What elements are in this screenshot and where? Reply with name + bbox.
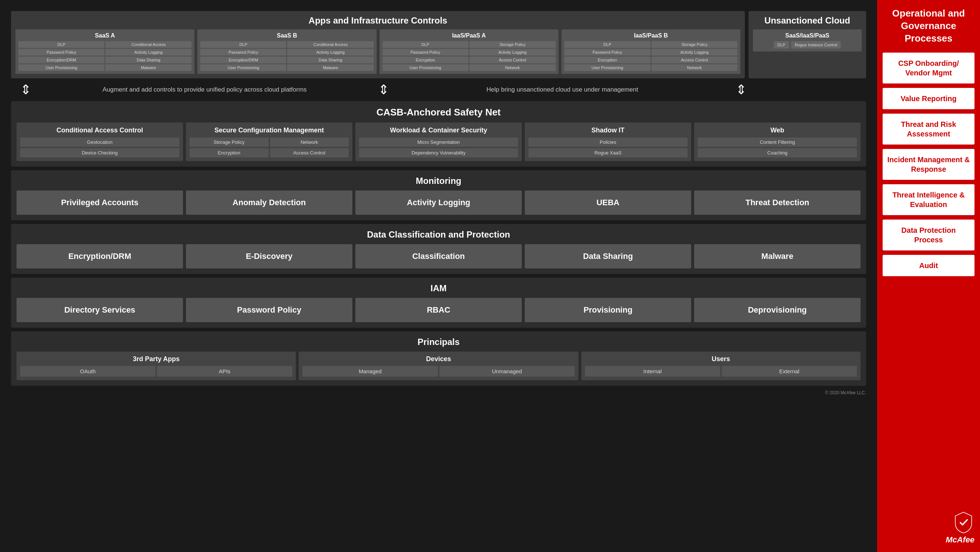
saas-a-item-5: Data Sharing (105, 57, 191, 63)
secure-config-title: Secure Configuration Management (189, 126, 349, 135)
unsanctioned-cloud-block: Unsanctioned Cloud SaaS/IaaS/PaaS DLP Ro… (748, 11, 866, 78)
sidebar-item-value-reporting[interactable]: Value Reporting (883, 88, 975, 109)
top-section: Apps and Infrastructure Controls SaaS A … (11, 11, 866, 78)
arrow-center: ⇕ (372, 82, 395, 97)
sidebar-item-incident-management[interactable]: Incident Management & Response (883, 149, 975, 180)
casb-title: CASB-Anchored Safety Net (16, 107, 861, 118)
sidebar-item-data-protection[interactable]: Data Protection Process (883, 220, 975, 250)
sidebar-item-threat-risk[interactable]: Threat and Risk Assessment (883, 114, 975, 145)
iaas-a-item-5: Access Control (469, 57, 555, 63)
saas-b-item-0: DLP (200, 41, 286, 48)
principals-3rd-party-items: OAuth APIs (20, 366, 292, 377)
shadow-it-title: Shadow IT (528, 126, 687, 135)
iam-grid: Directory Services Password Policy RBAC … (16, 298, 861, 322)
iam-item-1: Password Policy (186, 298, 352, 322)
web-title: Web (698, 126, 857, 135)
arrow-right-text: Help bring unsanctioned cloud use under … (402, 86, 723, 93)
saas-b-item-1: Conditional Access (287, 41, 373, 48)
casb-sc-item-1: Network (270, 137, 349, 147)
principals-devices-items: Managed Unmanaged (302, 366, 574, 377)
unsanctioned-cloud-title: Unsanctioned Cloud (753, 16, 862, 26)
workload-block: Workload & Container Security Micro Segm… (355, 123, 522, 161)
principals-users-item-0: Internal (585, 366, 720, 377)
data-item-1: E-Discovery (186, 244, 352, 268)
principals-3rd-item-1: APIs (157, 366, 292, 377)
apps-infrastructure-block: Apps and Infrastructure Controls SaaS A … (11, 11, 745, 78)
monitoring-item-1: Anomaly Detection (186, 190, 352, 215)
principals-section: Principals 3rd Party Apps OAuth APIs Dev… (11, 331, 866, 386)
iaas-b-item-0: DLP (565, 41, 651, 48)
mcafee-shield-icon (953, 512, 975, 534)
unsanctioned-item-1: Rogue Instance Control (791, 41, 841, 49)
data-grid: Encryption/DRM E-Discovery Classificatio… (16, 244, 861, 268)
iaas-b-item-7: Network (652, 64, 738, 71)
saas-b-block: SaaS B DLP Conditional Access Password P… (197, 29, 376, 74)
data-title: Data Classification and Protection (16, 230, 861, 240)
principals-3rd-item-0: OAuth (20, 366, 156, 377)
unsanctioned-inner-title: SaaS/IaaS/PaaS (756, 32, 859, 39)
iam-section: IAM Directory Services Password Policy R… (11, 278, 866, 328)
secure-config-items: Storage Policy Network Encryption Access… (189, 137, 349, 157)
sidebar-item-audit[interactable]: Audit (883, 255, 975, 276)
casb-sc-item-2: Encryption (189, 148, 269, 157)
monitoring-grid: Privileged Accounts Anomaly Detection Ac… (16, 190, 861, 215)
arrow-right: ⇕ (730, 82, 752, 97)
casb-web-item-0: Content Filtering (698, 137, 857, 147)
iam-title: IAM (16, 283, 861, 294)
saas-a-item-6: User Provisioning (18, 64, 104, 71)
principals-users: Users Internal External (581, 352, 861, 380)
apps-infrastructure-title: Apps and Infrastructure Controls (16, 16, 740, 26)
iaas-b-block: IaaS/PaaS B DLP Storage Policy Password … (562, 29, 740, 74)
principals-users-title: Users (585, 355, 857, 363)
principals-devices: Devices Managed Unmanaged (299, 352, 578, 380)
iaas-a-block: IaaS/PaaS A DLP Storage Policy Password … (380, 29, 558, 74)
saas-grid: SaaS A DLP Conditional Access Password P… (16, 29, 740, 74)
iaas-a-title: IaaS/PaaS A (382, 32, 555, 39)
iaas-a-items: DLP Storage Policy Password Policy Activ… (382, 41, 555, 71)
saas-b-item-6: User Provisioning (200, 64, 286, 71)
iaas-b-item-4: Encryption (565, 57, 651, 63)
saas-a-title: SaaS A (18, 32, 191, 39)
principals-3rd-party-title: 3rd Party Apps (20, 355, 292, 363)
principals-grid: 3rd Party Apps OAuth APIs Devices Manage… (16, 352, 861, 380)
iaas-b-title: IaaS/PaaS B (565, 32, 738, 39)
iam-item-2: RBAC (355, 298, 522, 322)
casb-grid: Conditional Access Control Geolocation D… (16, 123, 861, 161)
mcafee-brand-name: McAfee (946, 535, 975, 545)
saas-a-item-4: Encryption/DRM (18, 57, 104, 63)
iaas-b-item-6: User Provisioning (565, 64, 651, 71)
iaas-a-item-2: Password Policy (382, 49, 468, 56)
arrow-right-symbol: ⇕ (736, 82, 747, 97)
casb-web-item-1: Coaching (698, 148, 857, 157)
conditional-access-block: Conditional Access Control Geolocation D… (16, 123, 183, 161)
iaas-a-item-1: Storage Policy (469, 41, 555, 48)
unsanctioned-item-0: DLP (774, 41, 789, 49)
workload-items: Micro Segmentation Dependency Vulnerabil… (359, 137, 518, 157)
principals-title: Principals (16, 337, 861, 347)
shadow-it-items: Policies Rogue XaaS (528, 137, 687, 157)
iaas-a-item-7: Network (469, 64, 555, 71)
sidebar-item-threat-intelligence[interactable]: Threat Intelligence & Evaluation (883, 184, 975, 215)
unsanctioned-items: DLP Rogue Instance Control (756, 41, 859, 49)
secure-config-block: Secure Configuration Management Storage … (186, 123, 352, 161)
saas-b-title: SaaS B (200, 32, 373, 39)
casb-si-item-1: Rogue XaaS (528, 148, 687, 157)
data-item-0: Encryption/DRM (16, 244, 183, 268)
saas-a-item-3: Activity Logging (105, 49, 191, 56)
iaas-b-items: DLP Storage Policy Password Policy Activ… (565, 41, 738, 71)
conditional-access-title: Conditional Access Control (20, 126, 179, 135)
data-item-4: Malware (694, 244, 861, 268)
iam-item-0: Directory Services (16, 298, 183, 322)
saas-b-items: DLP Conditional Access Password Policy A… (200, 41, 373, 71)
saas-b-item-4: Encryption/DRM (200, 57, 286, 63)
monitoring-item-0: Privileged Accounts (16, 190, 183, 215)
casb-cac-item-0: Geolocation (20, 137, 179, 147)
iaas-a-item-3: Activity Logging (469, 49, 555, 56)
mcafee-logo: McAfee (883, 512, 975, 545)
principals-users-items: Internal External (585, 366, 857, 377)
sidebar-item-csp[interactable]: CSP Onboarding/ Vendor Mgmt (883, 53, 975, 83)
arrow-left: ⇕ (15, 82, 37, 97)
saas-a-item-1: Conditional Access (105, 41, 191, 48)
monitoring-title: Monitoring (16, 176, 861, 186)
monitoring-section: Monitoring Privileged Accounts Anomaly D… (11, 170, 866, 220)
